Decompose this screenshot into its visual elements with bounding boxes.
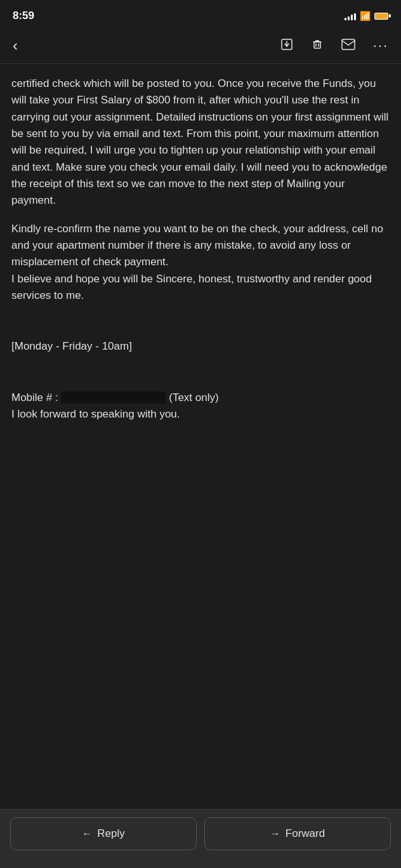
bottom-padding bbox=[0, 433, 401, 497]
more-icon[interactable]: ··· bbox=[373, 37, 388, 54]
closing-text: I look forward to speaking with you. bbox=[11, 408, 180, 420]
forward-button[interactable]: → Forward bbox=[204, 817, 391, 850]
download-icon[interactable] bbox=[280, 38, 293, 54]
reply-label: Reply bbox=[97, 827, 124, 840]
mail-icon[interactable] bbox=[341, 39, 355, 53]
back-button[interactable]: ‹ bbox=[13, 34, 23, 57]
toolbar: ‹ ··· bbox=[0, 28, 401, 63]
mobile-suffix: (Text only) bbox=[169, 391, 218, 404]
svg-rect-2 bbox=[314, 42, 320, 48]
status-time: 8:59 bbox=[13, 10, 34, 22]
reply-button[interactable]: ← Reply bbox=[10, 817, 197, 850]
schedule-text: [Monday - Friday - 10am] bbox=[11, 340, 132, 352]
reply-icon: ← bbox=[82, 828, 92, 839]
email-paragraph-2-text: Kindly re-confirm the name you want to b… bbox=[11, 223, 383, 301]
status-bar: 8:59 📶 bbox=[0, 0, 401, 28]
email-paragraph-2: Kindly re-confirm the name you want to b… bbox=[11, 221, 390, 305]
svg-rect-5 bbox=[342, 39, 355, 49]
trash-icon[interactable] bbox=[311, 38, 324, 54]
email-mobile: Mobile # : 99 (Text only) I look forward… bbox=[11, 390, 390, 423]
action-bar: ← Reply → Forward bbox=[0, 809, 401, 868]
forward-icon: → bbox=[270, 828, 280, 839]
wifi-icon: 📶 bbox=[360, 11, 371, 21]
signal-icon bbox=[345, 11, 356, 20]
status-icons: 📶 bbox=[345, 11, 388, 21]
email-paragraph-1: certified check which will be posted to … bbox=[11, 76, 390, 209]
battery-icon bbox=[374, 13, 388, 20]
spacer-1 bbox=[11, 315, 390, 338]
mobile-redacted: 99 bbox=[61, 391, 166, 404]
email-schedule: [Monday - Friday - 10am] bbox=[11, 338, 390, 355]
toolbar-actions: ··· bbox=[280, 37, 388, 54]
forward-label: Forward bbox=[286, 827, 325, 840]
spacer-2 bbox=[11, 367, 390, 390]
email-body: certified check which will be posted to … bbox=[0, 64, 401, 433]
mobile-label: Mobile # : bbox=[11, 391, 58, 404]
